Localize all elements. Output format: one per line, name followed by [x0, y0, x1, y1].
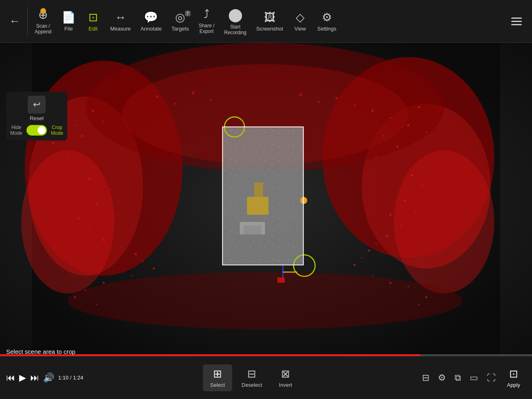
- toolbar-annotate[interactable]: 💬 Annotate: [136, 7, 167, 35]
- screenshot-label: Screenshot: [256, 26, 283, 32]
- svg-point-43: [422, 185, 424, 187]
- volume-button[interactable]: 🔊: [43, 373, 54, 383]
- annotate-icon: 💬: [144, 11, 158, 24]
- next-frame-button[interactable]: ⏭: [30, 373, 39, 383]
- svg-point-54: [389, 282, 391, 284]
- svg-point-65: [318, 101, 320, 103]
- svg-point-17: [103, 121, 105, 123]
- toolbar-edit[interactable]: ⊡ Edit: [81, 7, 105, 35]
- skip-back-button[interactable]: ⏮: [6, 373, 15, 383]
- hide-mode-label: HideMode: [10, 125, 22, 136]
- svg-point-51: [361, 257, 363, 259]
- svg-point-32: [74, 296, 76, 298]
- invert-tool-button[interactable]: ⊠ Invert: [272, 364, 300, 391]
- measure-label: Measure: [110, 26, 131, 32]
- pip-button[interactable]: ⧉: [451, 369, 464, 386]
- toolbar-screenshot[interactable]: 🖼 Screenshot: [251, 7, 288, 35]
- svg-point-56: [425, 296, 427, 298]
- subtitles-button[interactable]: ⊟: [419, 369, 433, 386]
- deselect-tool-button[interactable]: ⊟ Deselect: [234, 364, 270, 391]
- svg-point-29: [132, 275, 133, 276]
- svg-point-61: [210, 99, 212, 101]
- apply-button[interactable]: ⊡ Apply: [501, 364, 526, 391]
- screenshot-icon: 🖼: [264, 11, 275, 24]
- edit-icon: ⊡: [88, 11, 98, 24]
- select-tool-button[interactable]: ⊞ Select: [203, 364, 232, 391]
- annotate-label: Annotate: [141, 26, 162, 32]
- toolbar-settings[interactable]: ⚙ Settings: [312, 7, 341, 35]
- svg-point-20: [95, 203, 97, 205]
- targets-icon: ◎: [175, 11, 185, 24]
- svg-point-53: [372, 275, 374, 276]
- view-icon: ◇: [296, 11, 305, 24]
- svg-point-38: [396, 146, 398, 148]
- toolbar-share-export[interactable]: ⤴ Share / Export: [194, 5, 220, 37]
- svg-point-30: [103, 282, 105, 284]
- fullscreen-button[interactable]: ⛶: [484, 369, 499, 386]
- select-tool-label: Select: [210, 382, 225, 388]
- toolbar-start-recording[interactable]: ⬤ Start Recording: [219, 4, 251, 39]
- svg-point-11: [74, 125, 76, 126]
- svg-point-48: [386, 235, 388, 237]
- svg-point-12: [53, 142, 55, 144]
- toolbar-view[interactable]: ◇ View: [288, 7, 312, 35]
- svg-point-63: [354, 104, 356, 106]
- view-label: View: [295, 26, 306, 32]
- 3d-viewport[interactable]: ↩ Reset HideMode CropMode: [0, 43, 532, 356]
- svg-point-31: [85, 289, 87, 291]
- measure-icon: ↔: [115, 11, 126, 24]
- svg-point-60: [192, 92, 195, 94]
- time-current: 1:10: [58, 375, 68, 381]
- share-icon: ⤴: [204, 8, 209, 21]
- scan-status-dot: [40, 8, 46, 14]
- reset-button[interactable]: ↩ Reset: [28, 96, 46, 121]
- svg-point-35: [390, 117, 391, 119]
- crop-mode-label: CropMode: [51, 125, 63, 136]
- invert-tool-icon: ⊠: [281, 368, 290, 380]
- quality-button[interactable]: ⚙: [435, 369, 449, 386]
- svg-point-25: [121, 246, 123, 248]
- toolbar-targets[interactable]: 7 ◎ Targets: [167, 7, 194, 35]
- svg-point-37: [383, 135, 384, 137]
- toolbar-measure[interactable]: ↔ Measure: [105, 8, 136, 35]
- apply-icon: ⊡: [509, 368, 518, 380]
- settings-label: Settings: [317, 26, 336, 32]
- status-text: Select scene area to crop: [6, 348, 75, 355]
- svg-point-22: [77, 217, 79, 219]
- bottom-toolbar: ⏮ ▶ ⏭ 🔊 1:10 / 1:24 ⊞ Select ⊟ Deselect …: [0, 356, 532, 399]
- targets-label: Targets: [171, 26, 189, 32]
- play-button[interactable]: ▶: [19, 373, 26, 383]
- hide-crop-toggle[interactable]: [26, 125, 47, 136]
- hamburger-menu-button[interactable]: [505, 13, 528, 29]
- svg-rect-77: [244, 226, 262, 235]
- bottom-center-tools: ⊞ Select ⊟ Deselect ⊠ Invert: [89, 364, 413, 391]
- time-total: 1:24: [73, 375, 83, 381]
- bottom-right-tools: ⊟ ⚙ ⧉ ▭ ⛶ ⊡ Apply: [413, 364, 532, 391]
- svg-point-62: [335, 97, 338, 100]
- invert-tool-label: Invert: [279, 382, 292, 388]
- svg-point-45: [415, 210, 416, 212]
- deselect-tool-icon: ⊟: [247, 368, 256, 380]
- svg-point-39: [375, 157, 377, 158]
- svg-point-16: [92, 110, 94, 112]
- svg-point-14: [81, 135, 83, 137]
- svg-point-26: [135, 253, 137, 255]
- svg-point-33: [96, 304, 97, 305]
- control-panel: ↩ Reset HideMode CropMode: [6, 92, 67, 140]
- svg-point-41: [426, 132, 427, 133]
- back-button[interactable]: ←: [4, 11, 25, 31]
- menu-line-3: [511, 24, 522, 25]
- top-toolbar: ← ⊕ Scan / Append 📄 File ⊡ Edit ↔ Measur…: [0, 0, 532, 43]
- share-export-label: Share / Export: [199, 23, 215, 34]
- svg-point-15: [64, 167, 65, 169]
- theater-button[interactable]: ▭: [466, 369, 481, 386]
- svg-point-64: [299, 93, 302, 96]
- apply-label: Apply: [507, 382, 520, 388]
- svg-point-6: [394, 150, 494, 294]
- video-progress-bar[interactable]: [0, 354, 532, 356]
- scan-append-label: Scan / Append: [35, 23, 51, 35]
- point-cloud-canvas: [0, 43, 532, 356]
- toolbar-scan-append[interactable]: ⊕ Scan / Append: [30, 5, 56, 38]
- svg-point-42: [411, 174, 413, 176]
- toolbar-file[interactable]: 📄 File: [56, 7, 81, 35]
